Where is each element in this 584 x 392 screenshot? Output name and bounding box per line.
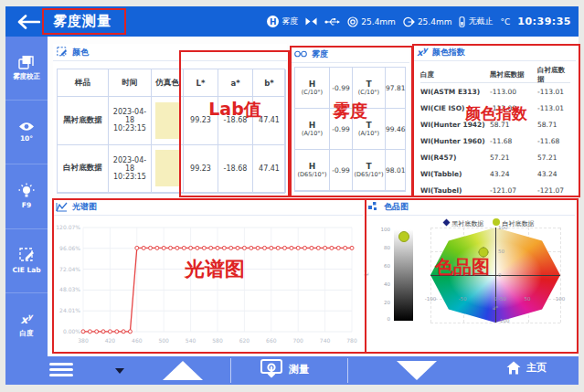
haze-panel-title: 雾度 [312, 48, 328, 60]
b-tick: 100 [498, 225, 508, 230]
chroma-panel-header: 色品图 [365, 198, 575, 216]
page-down-button[interactable] [397, 361, 437, 380]
color-swatch [155, 150, 179, 186]
index-name: WI(Taubel) [420, 186, 490, 195]
sidebar: 雾度校正 10° F9 CIE Lab xy 白度 [5, 37, 48, 356]
uv-filter-icon [459, 16, 465, 27]
haze-t-value: 97.81 [386, 68, 406, 109]
lens-icon [403, 16, 415, 27]
index-panel-title: 颜色指数 [432, 47, 465, 58]
chevron-down-icon[interactable] [115, 368, 124, 374]
spectrum-chart-icon [56, 202, 68, 212]
haze-t-cell: T(D65/10°) [353, 150, 386, 191]
chroma-icon [368, 202, 379, 212]
home-button[interactable]: 主页 [506, 361, 547, 375]
index-black-value: -113.00 [490, 88, 537, 96]
sidebar-item-illuminant[interactable]: F9 [5, 164, 48, 228]
l-tick: 0 [370, 316, 390, 322]
b-tick: 50 [498, 249, 504, 254]
svg-text:380: 380 [78, 337, 89, 344]
svg-text:540: 540 [186, 337, 196, 344]
lens-indicator: 25.4mm [403, 16, 452, 27]
page-up-button[interactable] [163, 361, 203, 380]
haze-h-title: H [309, 162, 316, 171]
uv-label: 无截止 [468, 16, 493, 27]
measure-button[interactable]: 测量 [260, 359, 309, 379]
spectrum-panel-header: 光谱图 [52, 198, 363, 216]
sidebar-item-observer[interactable]: 10° [5, 101, 48, 164]
a-tick: 50 [525, 296, 531, 302]
index-row: WI(Taubel)-121.07-121.07 [420, 182, 570, 198]
index-name: WI(R457) [420, 154, 490, 162]
value-a: -18.68 [218, 97, 253, 145]
index-black-value: -121.07 [490, 186, 537, 195]
sample-time: 2023-04-18 10:23:15 [109, 145, 152, 194]
haze-t-cell: T(A/10°) [353, 109, 386, 150]
sidebar-item-color-space[interactable]: CIE Lab [5, 229, 48, 293]
back-arrow-icon [16, 15, 40, 29]
sample-date: 2023-04-18 [109, 108, 151, 124]
col-header-simcolor: 仿真色 [152, 69, 184, 97]
sample-date: 2023-04-18 [109, 156, 151, 173]
haze-t-cond: (A/10°) [358, 130, 379, 137]
col-header-a: a* [218, 69, 253, 97]
col-header-time: 时间 [109, 69, 152, 97]
xy-index-icon: xy [417, 46, 428, 58]
index-header-row: 白度 黑衬底数据 白衬底数据 [420, 66, 570, 83]
index-white-value: -11.68 [537, 137, 570, 145]
back-button[interactable] [16, 13, 44, 31]
value-a: -18.68 [218, 145, 253, 194]
haze-h-value: -0.99 [330, 109, 353, 150]
clock: 10:39:35 [517, 16, 571, 27]
index-white-value: 57.21 [537, 154, 570, 162]
page-title: 雾度测量 [53, 13, 111, 30]
diamond-marker-icon [443, 218, 451, 226]
haze-t-cond: (C/10°) [358, 89, 379, 96]
haze-h-cell: H(C/10°) [295, 68, 330, 109]
a-tick: 100 [556, 296, 566, 302]
l-tick: 100 [370, 227, 390, 232]
l-tick: 60 [370, 263, 390, 269]
index-name: WI(ASTM E313) [420, 88, 490, 96]
haze-h-cond: (A/10°) [302, 130, 323, 137]
bulb-icon [18, 183, 35, 198]
glasses-icon [294, 50, 307, 58]
lightness-data-point [398, 231, 409, 242]
lens-value: 25.4mm [418, 17, 452, 26]
svg-text:500: 500 [158, 337, 169, 344]
menu-button[interactable] [49, 363, 73, 379]
index-row: WI(CIE ISO)-113.00-113.01 [420, 100, 570, 116]
sample-name: 白衬底数据 [58, 145, 109, 194]
bluetooth-icon [305, 17, 317, 26]
bottom-bar: 测量 主页 [5, 356, 579, 385]
haze-h-cond: (D65/10°) [297, 171, 326, 178]
sample-name: 黑衬底数据 [58, 97, 109, 145]
home-label: 主页 [526, 361, 547, 375]
index-white-value: -121.07 [537, 186, 570, 195]
l-axis-label: L* [363, 270, 369, 275]
lightness-bar [394, 229, 413, 321]
index-name: WI(Hunter 1960) [420, 137, 490, 145]
divider [347, 358, 348, 383]
b-tick: -100 [498, 318, 509, 323]
sidebar-item-label: F9 [22, 202, 31, 209]
svg-text:460: 460 [132, 337, 143, 344]
temp-unit: °C [500, 17, 510, 26]
color-table: 样品 时间 仿真色 L* a* b* 黑衬底数据 2023-04-18 10:2… [57, 69, 285, 194]
sidebar-item-label: 雾度校正 [13, 73, 40, 80]
haze-h-value: -0.99 [330, 68, 353, 109]
index-row: WI(Tabble)43.2443.24 [420, 165, 570, 182]
color-panel: 颜色 样品 时间 仿真色 L* a* b* 黑衬底数据 2023-04-18 1… [53, 44, 287, 195]
haze-h-title: H [309, 79, 316, 89]
mode-label: 雾度 [281, 16, 298, 27]
index-row: WI(ASTM E313)-113.00-113.01 [420, 83, 570, 100]
sidebar-item-whiteness[interactable]: xy 白度 [5, 293, 48, 356]
color-index-panel: xy 颜色指数 白度 黑衬底数据 白衬底数据 WI(ASTM E313)-113… [413, 44, 576, 194]
haze-h-value: -0.99 [330, 150, 353, 191]
chroma-data-point [478, 248, 488, 258]
color-edit-icon [57, 47, 68, 58]
value-b: 47.41 [253, 97, 286, 145]
sample-swatch-cell [152, 97, 184, 145]
calibration-icon [18, 55, 35, 69]
sidebar-item-haze-calibration[interactable]: 雾度校正 [5, 37, 48, 101]
